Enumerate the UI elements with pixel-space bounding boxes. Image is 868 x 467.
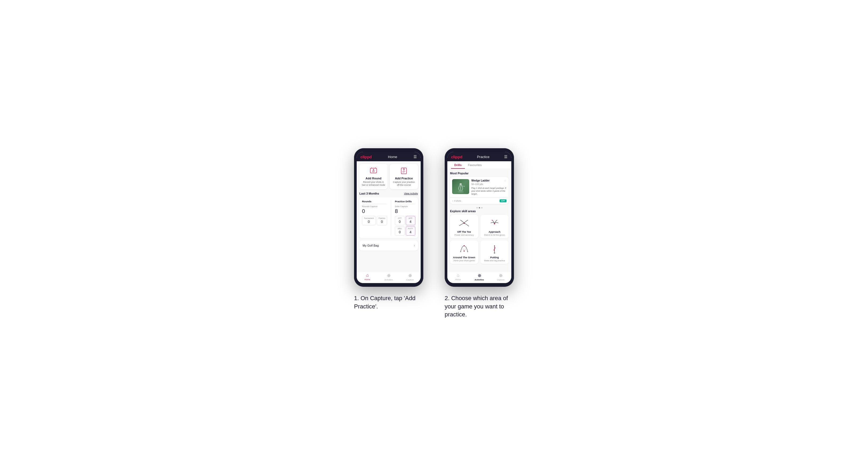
svg-line-23	[464, 220, 468, 223]
app-box: APP 4	[406, 216, 415, 225]
add-practice-title: Add Practice	[395, 177, 413, 180]
tabs-row: Drills Favourites	[447, 161, 511, 169]
add-practice-icon	[400, 166, 408, 175]
rounds-mini-grid: Tournament 0 Practice 0	[362, 216, 387, 225]
skill-off-the-tee[interactable]: Off The Tee Power and accuracy	[450, 215, 478, 238]
nav-activities-2[interactable]: ⊕ Activities	[469, 273, 490, 281]
home-nav-label-2: Home	[455, 278, 461, 281]
svg-line-18	[462, 188, 463, 191]
svg-point-28	[459, 225, 460, 226]
practice-value: 0	[381, 220, 383, 224]
skill-putting[interactable]: Putting Make and lag practice	[480, 241, 509, 264]
approach-title: Approach	[489, 230, 500, 233]
golf-bag-row[interactable]: My Golf Bag ›	[359, 241, 418, 251]
featured-image	[452, 179, 469, 194]
svg-point-27	[467, 220, 468, 221]
svg-point-42	[494, 252, 495, 254]
home-nav-icon: ⌂	[366, 273, 369, 278]
stats-row: Rounds Rounds Capture 0 Tournament 0	[362, 200, 415, 236]
svg-point-32	[497, 220, 497, 221]
around-green-icon	[458, 243, 471, 255]
tab-drills[interactable]: Drills	[451, 161, 465, 169]
nav-capture-2[interactable]: ⊕ Capture	[490, 273, 511, 281]
nav-activities-1[interactable]: ⊕ Activities	[378, 273, 399, 281]
instruction-2: 2. Choose which area of your game you wa…	[445, 294, 514, 319]
svg-rect-0	[370, 168, 377, 173]
putting-title: Putting	[490, 256, 499, 259]
golf-bag-label: My Golf Bag	[363, 244, 379, 247]
practice-box: Practice 0	[377, 216, 387, 225]
action-cards: Add Round Record your shots in fast or e…	[359, 164, 418, 189]
home-title: Home	[388, 155, 397, 159]
add-round-card[interactable]: Add Round Record your shots in fast or e…	[359, 164, 388, 189]
drills-col: Practice Drills Drills Capture 8 OTT 0	[395, 200, 415, 236]
svg-point-31	[492, 220, 493, 221]
featured-footer: ○ 9 shots APP	[450, 197, 509, 204]
featured-info: Wedge Ladder ☆ 50–100 yds Play 1 shot at…	[471, 179, 506, 196]
svg-point-36	[460, 251, 461, 252]
svg-line-39	[463, 249, 464, 251]
view-activity-link[interactable]: View Activity	[404, 192, 418, 195]
tab-favourites[interactable]: Favourites	[465, 161, 485, 169]
around-green-desc: Hone your short game	[454, 259, 474, 262]
activities-nav-icon-2: ⊕	[478, 273, 481, 278]
svg-point-30	[494, 223, 495, 224]
phones-container: clippd Home ☰	[354, 148, 514, 319]
rounds-capture-label: Rounds Capture	[362, 205, 387, 208]
dot-1	[476, 207, 478, 209]
svg-point-3	[373, 170, 374, 172]
drills-capture-label: Drills Capture	[395, 205, 415, 208]
capture-nav-icon: ⊕	[408, 273, 412, 278]
nav-capture-1[interactable]: ⊕ Capture	[399, 273, 421, 281]
capture-nav-label-2: Capture	[497, 279, 504, 281]
chevron-right-icon: ›	[414, 244, 415, 247]
wedge-ladder-card[interactable]: Wedge Ladder ☆ 50–100 yds Play 1 shot at…	[450, 177, 509, 204]
activities-nav-icon: ⊕	[387, 273, 391, 278]
svg-line-17	[459, 188, 460, 191]
shots-count: 9 shots	[454, 200, 461, 202]
svg-point-12	[458, 191, 464, 193]
wedge-ladder-desc: Play 1 shot at each target yardage. If y…	[471, 187, 506, 196]
svg-point-14	[460, 183, 462, 185]
add-practice-card[interactable]: Add Practice Capture your practice off-t…	[390, 164, 418, 189]
svg-point-37	[467, 251, 468, 252]
off-the-tee-title: Off The Tee	[457, 230, 471, 233]
phone2-section: clippd Practice ☰ Drills Favourites Most…	[445, 148, 514, 319]
home-nav-icon-2: ⌂	[457, 273, 459, 278]
add-round-title: Add Round	[366, 177, 381, 180]
nav-home-1[interactable]: ⌂ Home	[357, 273, 378, 281]
skill-around-green[interactable]: Around The Green Hone your short game	[450, 241, 478, 264]
svg-line-40	[464, 249, 465, 251]
tournament-value: 0	[368, 220, 370, 224]
around-green-title: Around The Green	[453, 256, 475, 259]
approach-icon	[488, 218, 501, 229]
star-icon[interactable]: ☆	[504, 179, 506, 183]
stats-divider	[391, 200, 391, 236]
phone1-section: clippd Home ☰	[354, 148, 423, 311]
approach-desc: Dial-in to hit the green	[484, 234, 505, 236]
drills-mini-grid: OTT 0 APP 4 ARG 0	[395, 216, 415, 236]
instruction-1: 1. On Capture, tap 'Add Practice'.	[354, 294, 423, 311]
phone2-shell: clippd Practice ☰ Drills Favourites Most…	[445, 148, 514, 287]
skill-grid: Off The Tee Power and accuracy	[450, 215, 509, 264]
rounds-col: Rounds Rounds Capture 0 Tournament 0	[362, 200, 387, 236]
menu-icon-2[interactable]: ☰	[504, 155, 507, 159]
off-the-tee-desc: Power and accuracy	[455, 234, 474, 236]
nav-home-2[interactable]: ⌂ Home	[447, 273, 469, 281]
phone2-header: clippd Practice ☰	[447, 152, 511, 161]
putt-value: 4	[409, 230, 411, 234]
arg-value: 0	[399, 230, 401, 234]
menu-icon-1[interactable]: ☰	[413, 155, 417, 159]
featured-card-inner: Wedge Ladder ☆ 50–100 yds Play 1 shot at…	[450, 177, 509, 198]
phone1-shell: clippd Home ☰	[354, 148, 423, 287]
last-3-months-label: Last 3 Months	[359, 192, 379, 195]
drills-capture-value: 8	[395, 208, 415, 214]
drills-title: Practice Drills	[395, 200, 415, 204]
putt-label: PUTT	[408, 228, 413, 229]
phone1-nav: ⌂ Home ⊕ Activities ⊕ Capture	[357, 271, 421, 283]
wedge-ladder-subtitle: 50–100 yds	[471, 183, 506, 186]
skill-approach[interactable]: Approach Dial-in to hit the green	[480, 215, 509, 238]
stats-box: Rounds Rounds Capture 0 Tournament 0	[359, 197, 418, 238]
putt-box: PUTT 4	[406, 226, 415, 236]
svg-point-29	[468, 226, 469, 226]
